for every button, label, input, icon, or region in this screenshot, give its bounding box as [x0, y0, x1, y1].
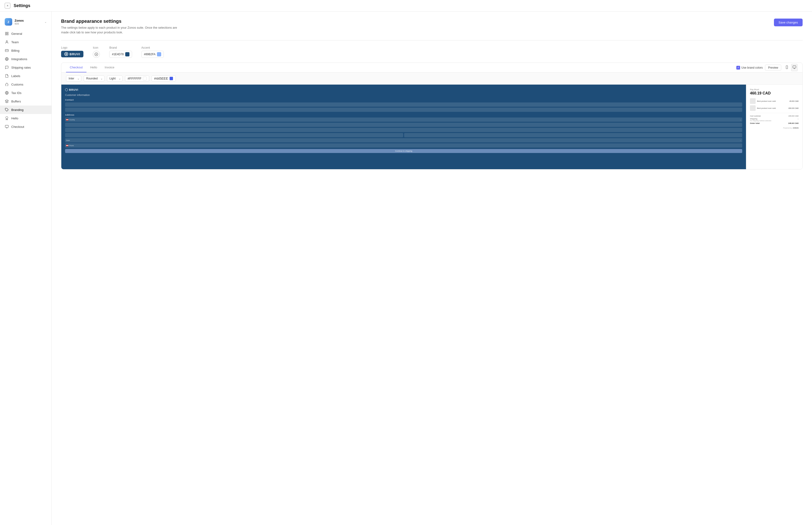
accent-color-input[interactable]: #89B2FA [141, 51, 164, 58]
svg-rect-1 [7, 32, 8, 33]
sidebar-item-integrations[interactable]: Integrations [0, 55, 51, 63]
rounding-select[interactable]: Rounded [83, 75, 105, 81]
country-select-text: Country [69, 119, 75, 121]
preview-logo-circle [65, 88, 68, 91]
brand-color-swatch [125, 52, 129, 56]
add-icon-button[interactable] [93, 51, 100, 58]
sidebar-item-team[interactable]: Team [0, 38, 51, 46]
tab-hello[interactable]: Hello [87, 63, 101, 72]
preview-button[interactable]: Preview [765, 65, 781, 71]
pay-label: Pay Bruvi [750, 88, 799, 91]
svg-rect-3 [7, 34, 8, 35]
shipping-row: Shipping No shipping method selected – [750, 118, 799, 121]
page-header-left: Brand appearance settings The settings b… [61, 18, 183, 34]
sidebar-item-checkout[interactable]: Checkout [0, 122, 51, 131]
preview-logo-text: BRUVI [69, 88, 78, 91]
tab-bar: Checkout Hello Invoice Use brand colors … [61, 63, 802, 73]
address2-input-preview [65, 128, 742, 132]
order-line-info-1: Best product ever sold [757, 100, 788, 102]
brand-colors-label: Use brand colors [741, 66, 763, 69]
brand-colors-checkbox[interactable] [736, 66, 740, 70]
shipping-icon [5, 65, 9, 70]
powered-by: Powered by ZONOS [750, 127, 799, 129]
order-item-2: Best product ever sold 200.00 CAD [750, 105, 799, 111]
name-input-preview [65, 103, 742, 107]
account-id: 909 [15, 22, 44, 25]
page-header: Brand appearance settings The settings b… [61, 18, 802, 34]
sidebar-item-tax-ids[interactable]: Tax IDs [0, 89, 51, 97]
cart-subtotal-label: Cart subtotal [750, 115, 761, 117]
close-button[interactable]: × [5, 3, 10, 9]
device-icons [784, 64, 798, 71]
brand-color-field: Brand #1E4D78 [109, 46, 132, 58]
accent-color-field: Accent #89B2FA [141, 46, 164, 58]
product-name-2: Best product ever sold [757, 107, 787, 109]
account-name: Zonos [15, 19, 44, 22]
divider [61, 40, 802, 41]
continue-button-preview[interactable]: Continue to shipping [65, 149, 742, 153]
billing-icon [5, 48, 9, 52]
product-name-1: Best product ever sold [757, 100, 788, 102]
sidebar-item-hello[interactable]: Hello [0, 114, 51, 122]
sidebar-item-buffers[interactable]: Buffers [0, 97, 51, 106]
brand-color-input[interactable]: #1E4D78 [109, 51, 132, 58]
logo-circle-icon [64, 52, 68, 56]
sidebar-item-billing[interactable]: Billing [0, 46, 51, 55]
sidebar-item-labels[interactable]: Labels [0, 72, 51, 80]
buffers-icon [5, 99, 9, 103]
font-select[interactable]: Inter [66, 75, 81, 81]
save-changes-button[interactable]: Save changes [774, 18, 802, 26]
order-amount: 460.19 CAD [750, 91, 799, 95]
color1-preview[interactable]: #FFFFFF [125, 75, 149, 81]
sidebar-item-label: Checkout [11, 125, 24, 129]
account-chevron-icon[interactable]: ⌄ [44, 20, 47, 24]
sidebar-item-label: Shipping rates [11, 66, 31, 69]
style-controls: Inter Rounded Light #FFFFFF [61, 73, 802, 85]
order-summary-panel: Pay Bruvi 460.19 CAD Best product ever s… [746, 85, 802, 169]
rounding-select-wrapper: Rounded [83, 75, 105, 81]
city-input-preview [65, 133, 403, 137]
sidebar-item-general[interactable]: General [0, 29, 51, 38]
mobile-device-icon[interactable] [784, 64, 790, 71]
page-description: The settings below apply to each product… [61, 25, 183, 34]
order-item-1: Best product ever sold 49.60 CAD [750, 98, 799, 104]
postal-input-preview [404, 133, 742, 137]
sidebar-item-label: Buffers [11, 100, 21, 103]
preview-panel: Checkout Hello Invoice Use brand colors … [61, 62, 802, 169]
sidebar-item-label: Hello [11, 117, 18, 120]
svg-rect-5 [5, 49, 8, 51]
color2-preview[interactable]: #445EEE [152, 75, 176, 81]
theme-select-wrapper: Light [107, 75, 123, 81]
avatar: Z [5, 18, 12, 26]
country-select-preview: Country ⌄ [65, 118, 742, 122]
close-icon: × [6, 4, 9, 7]
tax-icon [5, 91, 9, 95]
tab-invoice[interactable]: Invoice [101, 63, 118, 72]
customs-icon [5, 82, 9, 87]
sidebar-item-customs[interactable]: Customs [0, 80, 51, 89]
tab-checkout[interactable]: Checkout [66, 63, 87, 72]
svg-marker-10 [5, 100, 8, 101]
shipping-label: Shipping [750, 118, 771, 120]
theme-select[interactable]: Light [107, 75, 123, 81]
order-totals: Cart subtotal 249.60 CAD Shipping No shi… [750, 113, 799, 124]
sidebar-item-shipping-rates[interactable]: Shipping rates [0, 63, 51, 72]
color1-swatch [143, 77, 147, 80]
tab-actions: Use brand colors Preview [736, 64, 798, 71]
sidebar-item-branding[interactable]: Branding [0, 106, 51, 114]
page-title: Brand appearance settings [61, 18, 183, 24]
sidebar-item-label: Team [11, 41, 19, 44]
cart-subtotal-value: 249.60 CAD [788, 115, 799, 117]
desktop-device-icon[interactable] [791, 64, 798, 71]
phone-select-text: Phone [69, 145, 74, 146]
sidebar-item-label: Integrations [11, 57, 27, 61]
brand-fields: Logo BRUVI Icon Brand [61, 46, 802, 58]
product-image-2 [750, 105, 756, 111]
icon-label: Icon [93, 46, 100, 49]
country-flag-icon [66, 119, 68, 121]
phone-select-preview: Phone [65, 144, 742, 148]
country-chevron-icon: ⌄ [740, 119, 741, 121]
logo-display: BRUVI [61, 51, 83, 57]
use-brand-colors-toggle[interactable]: Use brand colors [736, 66, 763, 70]
address-section-label: Address [65, 114, 742, 116]
